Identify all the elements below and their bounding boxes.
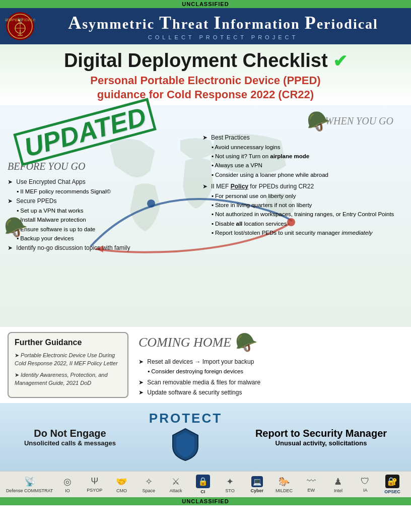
coming-home-title: COMING HOME — [139, 335, 231, 350]
nav-label: EW — [307, 488, 315, 493]
bottom-section: Further Guidance Portable Electronic Dev… — [0, 327, 411, 403]
io-icon: ◎ — [63, 476, 72, 487]
list-item: Ensure software is up to date — [17, 225, 192, 234]
list-item: ➤ Update software & security settings — [139, 388, 398, 397]
list-item: Disable all location services — [212, 220, 403, 228]
opsec-icon: 🔐 — [385, 475, 399, 488]
list-item: Always use a VPN — [212, 161, 403, 170]
list-item: Backup your devices — [17, 234, 192, 243]
ci-icon: 🔒 — [196, 475, 210, 488]
protect-title: PROTECT — [149, 411, 222, 426]
defense-commstrat-icon: 📡 — [24, 476, 35, 487]
coming-home-section: COMING HOME 🪖 ➤ Reset all devices → Impo… — [133, 332, 403, 398]
nav-item-defense-commstrat[interactable]: 📡 Defense COMMSTRAT — [6, 476, 53, 493]
protect-right: Report to Security Manager Unusual activ… — [255, 428, 387, 447]
intel-icon: ♟ — [334, 476, 342, 487]
sto-icon: ✦ — [226, 476, 234, 487]
list-item: ➤ Scan removable media & files for malwa… — [139, 378, 398, 387]
list-item: Not using it? Turn on airplane mode — [212, 152, 403, 161]
right-column: WHEN YOU GO ➤ Best Practices Avoid unnec… — [197, 110, 411, 258]
cmo-icon: 🤝 — [116, 476, 127, 487]
list-item: Identity Awareness, Protection, and Mana… — [15, 371, 121, 387]
list-item: Set up a VPN that works — [17, 207, 192, 215]
nav-label: IO — [65, 488, 70, 493]
checkmark-icon: ✔ — [333, 51, 347, 71]
top-classification-bar: UNCLASSIFIED — [0, 0, 411, 8]
nav-item-cyber[interactable]: 💻 Cyber — [244, 476, 269, 493]
subtitle: Personal Portable Electronic Device (PPE… — [10, 74, 401, 102]
nav-label: IA — [363, 488, 368, 493]
nav-label: Cyber — [250, 488, 263, 493]
report-security-label: Report to Security Manager — [255, 428, 387, 439]
nav-item-psyop[interactable]: Ψ PSYOP — [82, 476, 107, 493]
list-item: ➤ Identify no-go discussion topics with … — [8, 243, 192, 252]
nav-label: PSYOP — [87, 488, 102, 493]
nav-item-opsec[interactable]: 🔐 OPSEC — [380, 475, 405, 494]
list-item: ➤ Reset all devices → Import your backup — [139, 357, 398, 366]
nav-item-ci[interactable]: 🔒 CI — [190, 475, 216, 494]
nav-item-ew[interactable]: 〰 EW — [299, 476, 324, 493]
nav-label: Defense COMMSTRAT — [6, 488, 53, 493]
list-item: II MEF policy recommends Signal© — [17, 187, 192, 196]
header-main-title: Asymmetric Threat Information Periodical — [40, 12, 406, 33]
usmc-logo: 🦅 SEMPER FIDELIS — [5, 11, 35, 41]
nav-label: OPSEC — [384, 489, 400, 494]
list-item: Consider using a loaner phone while abro… — [212, 171, 403, 179]
unusual-activity-label: Unusual activity, solicitations — [255, 439, 387, 447]
nav-item-space[interactable]: ✧ Space — [136, 476, 161, 493]
nav-item-cmo[interactable]: 🤝 CMO — [109, 476, 134, 493]
nav-label: Attack — [169, 488, 182, 493]
title-section: Digital Deployment Checklist ✔ Personal … — [0, 44, 411, 105]
list-item: Consider destroying foreign devices — [148, 367, 398, 376]
header-subtitle: COLLECT PROTECT PROJECT — [40, 34, 406, 40]
list-item: ➤ Secure PPEDs — [8, 196, 192, 206]
do-not-engage-sublabel: Unsolicited calls & messages — [24, 439, 116, 447]
attack-icon: ⚔ — [172, 476, 180, 487]
list-item: ➤ Use Encrypted Chat Apps — [8, 177, 192, 186]
list-item: Not authorized in workspaces, training r… — [212, 210, 403, 219]
list-item: Report lost/stolen PEDs to unit security… — [212, 229, 403, 237]
bottom-classification-bar: UNCLASSIFIED — [0, 497, 411, 505]
nav-item-sto[interactable]: ✦ STO — [217, 476, 242, 493]
further-guidance-title: Further Guidance — [15, 338, 121, 347]
nav-label: MILDEC — [276, 488, 293, 493]
nav-item-attack[interactable]: ⚔ Attack — [163, 476, 188, 493]
nav-item-intel[interactable]: ♟ Intel — [325, 476, 351, 493]
ia-icon: 🛡 — [361, 476, 370, 487]
ew-icon: 〰 — [307, 476, 316, 487]
list-item: Avoid unnecessary logins — [212, 143, 403, 152]
nav-label: CMO — [116, 488, 127, 493]
before-soldier-icon: 🪖 — [4, 216, 28, 238]
list-item: ➤ II MEF Policy for PPEDs during CR22 — [202, 182, 403, 191]
header: 🦅 SEMPER FIDELIS Asymmetric Threat Infor… — [0, 8, 411, 44]
coming-home-soldier-icon: 🪖 — [235, 332, 258, 353]
mildec-icon: 🐎 — [279, 476, 290, 487]
shield-icon — [170, 426, 200, 461]
nav-item-io[interactable]: ◎ IO — [55, 476, 80, 493]
nav-label: STO — [225, 488, 234, 493]
further-guidance-box: Further Guidance Portable Electronic Dev… — [8, 332, 128, 398]
header-title-block: Asymmetric Threat Information Periodical… — [40, 12, 406, 40]
before-section: ➤ Use Encrypted Chat Apps II MEF policy … — [8, 177, 192, 252]
when-label: WHEN YOU GO — [325, 115, 393, 127]
protect-section: Do Not Engage Unsolicited calls & messag… — [0, 403, 411, 471]
list-item: For personal use on liberty only — [212, 192, 403, 201]
nav-label: CI — [200, 489, 205, 494]
main-title: Digital Deployment Checklist ✔ — [10, 50, 401, 72]
list-item: Portable Electronic Device Use During Co… — [15, 351, 121, 368]
when-soldier-icon: 🪖 — [307, 110, 330, 132]
bottom-nav: 📡 Defense COMMSTRAT ◎ IO Ψ PSYOP 🤝 CMO ✧… — [0, 471, 411, 497]
nav-label: Space — [142, 488, 155, 493]
svg-text:SEMPER FIDELIS: SEMPER FIDELIS — [5, 18, 35, 22]
list-item: ➤ Best Practices — [202, 133, 403, 142]
protect-left: Do Not Engage Unsolicited calls & messag… — [24, 428, 116, 447]
psyop-icon: Ψ — [91, 476, 98, 487]
cyber-icon: 💻 — [251, 476, 263, 487]
when-section: ➤ Best Practices Avoid unnecessary login… — [202, 133, 403, 238]
main-content: UPDATED 🪖 🪖 BEFORE YOU GO ➤ Use Encrypte… — [0, 105, 411, 327]
nav-label: Intel — [334, 488, 342, 493]
protect-center: PROTECT — [149, 411, 222, 463]
nav-item-mildec[interactable]: 🐎 MILDEC — [271, 476, 297, 493]
nav-item-ia[interactable]: 🛡 IA — [353, 476, 378, 493]
list-item: Install Malware protection — [17, 216, 192, 224]
